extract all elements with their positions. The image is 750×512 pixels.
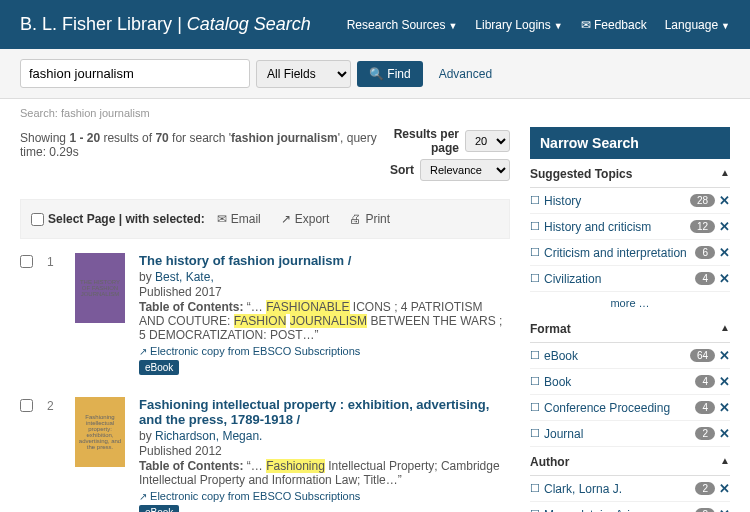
facet-count: 6 bbox=[695, 246, 715, 259]
results-main: Showing 1 - 20 results of 70 for search … bbox=[20, 127, 510, 512]
facet-checkbox[interactable]: ☐ bbox=[530, 482, 540, 495]
app-header: B. L. Fisher Library | Catalog Search Re… bbox=[0, 0, 750, 49]
print-button[interactable]: 🖨Print bbox=[341, 208, 398, 230]
header-nav: Research Sources▼ Library Logins▼ ✉ Feed… bbox=[347, 18, 730, 32]
facet-item: ☐ eBook 64 ✕ bbox=[530, 343, 730, 369]
facet-exclude-icon[interactable]: ✕ bbox=[719, 271, 730, 286]
format-badge: eBook bbox=[139, 505, 179, 512]
facet-label[interactable]: Criticism and interpretation bbox=[544, 246, 695, 260]
facet-exclude-icon[interactable]: ✕ bbox=[719, 219, 730, 234]
facet-label[interactable]: Book bbox=[544, 375, 695, 389]
export-icon: ↗ bbox=[281, 212, 291, 226]
rpp-label: Results per page bbox=[382, 127, 459, 155]
facet-label[interactable]: eBook bbox=[544, 349, 690, 363]
facet-checkbox[interactable]: ☐ bbox=[530, 427, 540, 440]
nav-language[interactable]: Language▼ bbox=[665, 18, 730, 32]
facet-checkbox[interactable]: ☐ bbox=[530, 220, 540, 233]
facet-checkbox[interactable]: ☐ bbox=[530, 375, 540, 388]
select-page-label: Select Page | with selected: bbox=[48, 212, 205, 226]
facet-label[interactable]: Civilization bbox=[544, 272, 695, 286]
external-link-icon: ↗ bbox=[139, 491, 147, 502]
result-title-link[interactable]: Fashioning intellectual property : exhib… bbox=[139, 397, 510, 427]
select-page-checkbox[interactable] bbox=[31, 213, 44, 226]
breadcrumb: Search: fashion journalism bbox=[0, 99, 750, 127]
facet-checkbox[interactable]: ☐ bbox=[530, 246, 540, 259]
cover-image[interactable]: Fashioning intellectual property: exhibi… bbox=[75, 397, 125, 467]
rpp-select[interactable]: 20 bbox=[465, 130, 510, 152]
facet-exclude-icon[interactable]: ✕ bbox=[719, 507, 730, 512]
collapse-icon[interactable]: ▲ bbox=[720, 167, 730, 181]
facet-exclude-icon[interactable]: ✕ bbox=[719, 374, 730, 389]
external-link-icon: ↗ bbox=[139, 346, 147, 357]
facet-label[interactable]: History bbox=[544, 194, 690, 208]
facet-header[interactable]: Author▲ bbox=[530, 447, 730, 476]
print-icon: 🖨 bbox=[349, 212, 361, 226]
nav-logins[interactable]: Library Logins▼ bbox=[475, 18, 562, 32]
ebsco-link[interactable]: ↗ Electronic copy from EBSCO Subscriptio… bbox=[139, 490, 510, 502]
find-button[interactable]: 🔍 Find bbox=[357, 61, 423, 87]
sort-label: Sort bbox=[390, 163, 414, 177]
sort-select[interactable]: Relevance bbox=[420, 159, 510, 181]
header-title: B. L. Fisher Library | Catalog Search bbox=[20, 14, 311, 35]
author-link[interactable]: Richardson, Megan. bbox=[155, 429, 262, 443]
result-checkbox[interactable] bbox=[20, 255, 33, 268]
facet-checkbox[interactable]: ☐ bbox=[530, 194, 540, 207]
email-button[interactable]: ✉Email bbox=[209, 208, 269, 230]
advanced-link[interactable]: Advanced bbox=[439, 67, 492, 81]
facet-count: 4 bbox=[695, 375, 715, 388]
facet-count: 4 bbox=[695, 401, 715, 414]
search-bar: All Fields 🔍 Find Advanced bbox=[0, 49, 750, 99]
facet-count: 2 bbox=[695, 427, 715, 440]
export-button[interactable]: ↗Export bbox=[273, 208, 338, 230]
facet-checkbox[interactable]: ☐ bbox=[530, 508, 540, 512]
facet-item: ☐ Mermelstein, Ari 2 ✕ bbox=[530, 502, 730, 512]
facet-label[interactable]: Mermelstein, Ari bbox=[544, 508, 695, 513]
result-checkbox[interactable] bbox=[20, 399, 33, 412]
search-field-select[interactable]: All Fields bbox=[256, 60, 351, 88]
nav-research[interactable]: Research Sources▼ bbox=[347, 18, 458, 32]
result-published: Published 2012 bbox=[139, 444, 510, 458]
results-summary: Showing 1 - 20 results of 70 for search … bbox=[20, 127, 382, 185]
facet-item: ☐ Civilization 4 ✕ bbox=[530, 266, 730, 292]
facet-exclude-icon[interactable]: ✕ bbox=[719, 481, 730, 496]
facet-count: 4 bbox=[695, 272, 715, 285]
cover-image[interactable]: THE HISTORY OF FASHION JOURNALISM bbox=[75, 253, 125, 323]
facet-more[interactable]: more … bbox=[530, 292, 730, 314]
facet-exclude-icon[interactable]: ✕ bbox=[719, 193, 730, 208]
result-toc: Table of Contents: “… Fashioning Intelle… bbox=[139, 459, 510, 487]
result-number: 2 bbox=[47, 397, 61, 512]
facet-label[interactable]: Journal bbox=[544, 427, 695, 441]
result-number: 1 bbox=[47, 253, 61, 375]
collapse-icon[interactable]: ▲ bbox=[720, 455, 730, 469]
facet-checkbox[interactable]: ☐ bbox=[530, 349, 540, 362]
nav-feedback[interactable]: ✉ Feedback bbox=[581, 18, 647, 32]
facet-label[interactable]: History and criticism bbox=[544, 220, 690, 234]
author-link[interactable]: Best, Kate, bbox=[155, 270, 214, 284]
format-badge: eBook bbox=[139, 360, 179, 375]
facet-exclude-icon[interactable]: ✕ bbox=[719, 245, 730, 260]
facet-header[interactable]: Suggested Topics▲ bbox=[530, 159, 730, 188]
result-title-link[interactable]: The history of fashion journalism / bbox=[139, 253, 510, 268]
facet-label[interactable]: Conference Proceeding bbox=[544, 401, 695, 415]
facet-exclude-icon[interactable]: ✕ bbox=[719, 426, 730, 441]
result-published: Published 2017 bbox=[139, 285, 510, 299]
facet-exclude-icon[interactable]: ✕ bbox=[719, 400, 730, 415]
result-toc: Table of Contents: “… FASHIONABLE ICONS … bbox=[139, 300, 510, 342]
ebsco-link[interactable]: ↗ Electronic copy from EBSCO Subscriptio… bbox=[139, 345, 510, 357]
result-author: by Best, Kate, bbox=[139, 270, 510, 284]
result-item: 1 THE HISTORY OF FASHION JOURNALISM The … bbox=[20, 253, 510, 375]
facet-count: 2 bbox=[695, 508, 715, 512]
facet-header[interactable]: Format▲ bbox=[530, 314, 730, 343]
search-input[interactable] bbox=[20, 59, 250, 88]
facet-label[interactable]: Clark, Lorna J. bbox=[544, 482, 695, 496]
facet-count: 2 bbox=[695, 482, 715, 495]
facet-count: 28 bbox=[690, 194, 715, 207]
collapse-icon[interactable]: ▲ bbox=[720, 322, 730, 336]
facet-checkbox[interactable]: ☐ bbox=[530, 272, 540, 285]
bulk-toolbar: Select Page | with selected: ✉Email ↗Exp… bbox=[20, 199, 510, 239]
facet-exclude-icon[interactable]: ✕ bbox=[719, 348, 730, 363]
facet-checkbox[interactable]: ☐ bbox=[530, 401, 540, 414]
facet-item: ☐ Book 4 ✕ bbox=[530, 369, 730, 395]
email-icon: ✉ bbox=[217, 212, 227, 226]
facet-item: ☐ Conference Proceeding 4 ✕ bbox=[530, 395, 730, 421]
